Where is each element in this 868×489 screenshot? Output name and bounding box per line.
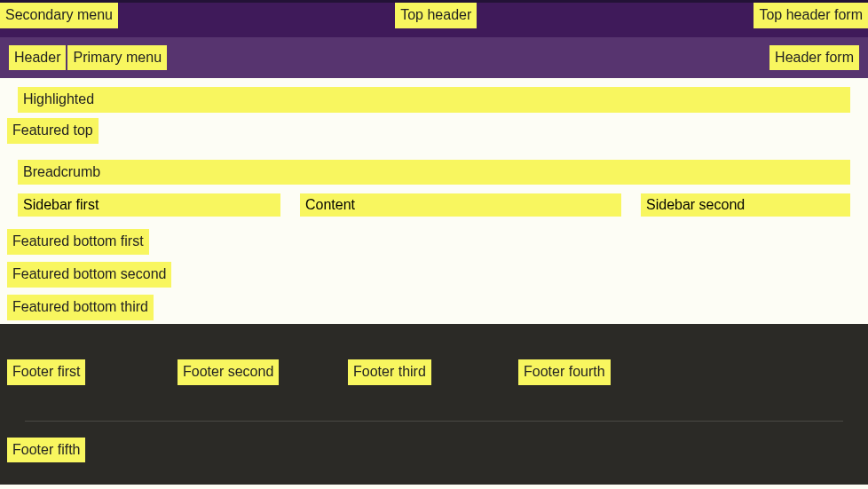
- footer-cell-1: Footer first: [7, 359, 178, 385]
- region-secondary-menu: Secondary menu: [0, 3, 118, 28]
- region-header: Header: [9, 45, 66, 71]
- footer-cell-4: Footer fourth: [518, 359, 689, 385]
- footer: Footer first Footer second Footer third …: [0, 324, 868, 485]
- region-footer-fifth: Footer fifth: [7, 438, 85, 463]
- region-highlighted: Highlighted: [18, 87, 850, 113]
- region-top-header: Top header: [395, 3, 477, 28]
- region-featured-bottom-first: Featured bottom first: [7, 229, 149, 255]
- region-featured-bottom-second: Featured bottom second: [7, 262, 171, 288]
- highlighted-wrap: Highlighted: [0, 78, 868, 113]
- footer-cell-2: Footer second: [178, 359, 348, 385]
- region-footer-third: Footer third: [348, 359, 431, 385]
- region-sidebar-second: Sidebar second: [641, 193, 850, 217]
- region-footer-first: Footer first: [7, 359, 85, 385]
- header-bar: Header Primary menu Header form: [0, 37, 868, 78]
- region-top-header-form: Top header form: [754, 3, 868, 28]
- region-breadcrumb: Breadcrumb: [18, 160, 850, 185]
- region-sidebar-first: Sidebar first: [18, 193, 280, 217]
- featured-bottom-second-wrap: Featured bottom second: [0, 258, 868, 291]
- breadcrumb-wrap: Breadcrumb: [0, 144, 868, 185]
- footer-divider: [25, 421, 843, 422]
- footer-cell-3: Footer third: [348, 359, 518, 385]
- region-content: Content: [300, 193, 621, 217]
- footer-row: Footer first Footer second Footer third …: [7, 359, 861, 385]
- region-footer-fourth: Footer fourth: [518, 359, 611, 385]
- featured-bottom-first-wrap: Featured bottom first: [0, 225, 868, 258]
- region-footer-second: Footer second: [178, 359, 279, 385]
- featured-bottom-third-wrap: Featured bottom third: [0, 291, 868, 324]
- region-header-form: Header form: [769, 45, 859, 71]
- region-primary-menu: Primary menu: [67, 45, 167, 71]
- region-featured-bottom-third: Featured bottom third: [7, 295, 154, 320]
- main-columns: Sidebar first Content Sidebar second: [0, 185, 868, 225]
- footer-fifth-wrap: Footer fifth: [7, 438, 861, 463]
- featured-top-wrap: Featured top: [0, 113, 868, 144]
- header-left-group: Header Primary menu: [9, 45, 169, 71]
- top-bar: Secondary menu Top header Top header for…: [0, 0, 868, 37]
- region-featured-top: Featured top: [7, 118, 99, 144]
